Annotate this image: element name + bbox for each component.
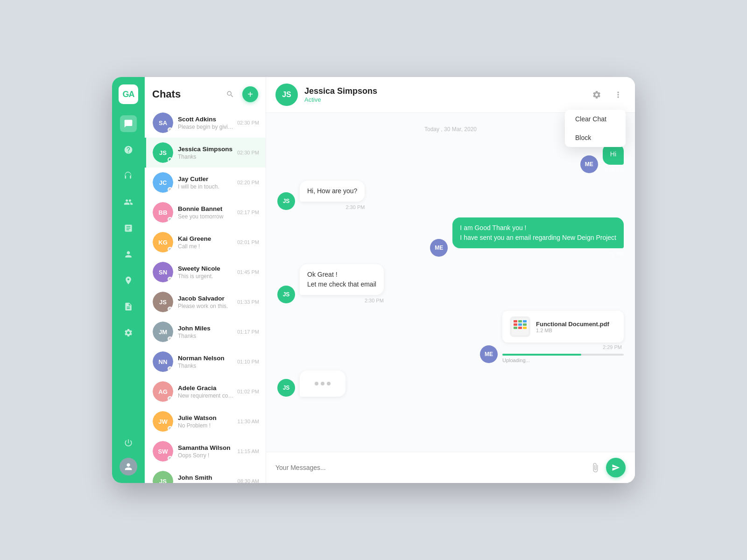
file-size: 1.2 MB [536, 328, 616, 333]
nav-files-icon[interactable] [120, 220, 137, 237]
chat-preview: Call me ! [178, 243, 234, 250]
chat-name: Sweety Nicole [178, 265, 234, 272]
attach-button[interactable] [590, 462, 600, 473]
chat-name: Adele Gracia [178, 385, 234, 392]
nav-power-icon[interactable] [120, 434, 137, 451]
chat-list-title: Chats [152, 88, 181, 100]
status-dot [168, 426, 172, 431]
message-input[interactable] [275, 464, 585, 471]
app-container: GA [112, 77, 635, 483]
chat-info: Julie Watson No Problem ! [178, 414, 235, 429]
chat-name: Norman Nelson [178, 355, 234, 362]
nav-bottom [120, 434, 137, 476]
svg-rect-3 [523, 320, 527, 322]
chat-list-item-12[interactable]: SW Samantha Wilson Oops Sorry ! 11:15 AM [145, 436, 266, 466]
chat-avatar: JS [153, 471, 173, 483]
chat-avatar: SA [153, 112, 173, 133]
chat-list-item-2[interactable]: JS Jessica Simpsons Thanks 02:30 PM [145, 138, 266, 168]
message-input-area [266, 452, 635, 483]
file-icon-box [510, 316, 530, 337]
user-avatar[interactable] [120, 458, 137, 476]
chat-list-item-4[interactable]: BB Bonnie Bannet See you tomorrow 02:17 … [145, 197, 266, 227]
chat-name: Julie Watson [178, 414, 235, 421]
chat-preview: Please begin by giving ... [178, 124, 234, 130]
file-bubble: Functional Document.pdf 1.2 MB [502, 311, 624, 343]
sent-avatar: ME [580, 155, 598, 173]
block-option[interactable]: Block [565, 128, 626, 147]
chat-list-item-6[interactable]: SN Sweety Nicole This is urgent. 01:45 P… [145, 257, 266, 287]
nav-team-icon[interactable] [120, 194, 137, 210]
received-bubble-wrapper: Hi, How are you? 2:30 PM [300, 181, 365, 210]
nav-chat-icon[interactable] [120, 115, 137, 132]
more-options-button[interactable] [611, 87, 626, 102]
file-message-container: Functional Document.pdf 1.2 MB 2:29 PM U… [502, 311, 624, 363]
status-dot [168, 217, 172, 222]
chat-info: Adele Gracia New requirement comes... [178, 385, 234, 399]
sent-avatar: ME [430, 239, 448, 257]
status-dot [168, 127, 172, 132]
messages-area: Today , 30 Mar, 2020 Hi 2:29 PM ME JS Hi… [266, 113, 635, 452]
chat-time: 01:33 PM [237, 299, 259, 305]
header-actions: + [223, 86, 258, 102]
chat-avatar: NN [153, 351, 173, 372]
chat-time: 01:02 PM [237, 389, 259, 394]
chat-list-item-11[interactable]: JW Julie Watson No Problem ! 11:30 AM [145, 406, 266, 436]
chat-time: 02:20 PM [237, 180, 259, 185]
chat-preview: This is urgent. [178, 273, 234, 280]
chat-info: Samantha Wilson Oops Sorry ! [178, 444, 235, 459]
message-row-4: JS Ok Great ! Let me check that email 2:… [277, 264, 624, 303]
send-button[interactable] [606, 458, 626, 477]
chat-info: Jessica Simpsons Thanks [178, 146, 234, 160]
chat-list-panel: Chats + SA Scott Adkins Please begin by … [145, 77, 266, 483]
message-row-1: Hi 2:29 PM ME [277, 144, 624, 173]
received-bubble: Hi, How are you? [300, 181, 365, 202]
chat-list-item-8[interactable]: JM John Miles Thanks 01:17 PM [145, 317, 266, 347]
chat-avatar: JC [153, 172, 173, 193]
chat-avatar: JS [153, 142, 173, 163]
svg-rect-9 [523, 327, 527, 329]
sent-bubble: I am Good Thank you ! I have sent you an… [452, 217, 624, 248]
chat-time: 02:01 PM [237, 239, 259, 245]
chat-info: John Smith Please... [178, 474, 235, 483]
status-dot [168, 366, 172, 371]
nav-location-icon[interactable] [120, 272, 137, 289]
search-button[interactable] [223, 87, 238, 102]
chat-name: Samantha Wilson [178, 444, 235, 451]
status-dot [168, 456, 172, 461]
chat-list-item-5[interactable]: KG Kai Greene Call me ! 02:01 PM [145, 227, 266, 257]
chat-preview: Thanks [178, 363, 234, 369]
chat-list-item-3[interactable]: JC Jay Cutler I will be in touch. 02:20 … [145, 168, 266, 197]
status-dot [168, 157, 172, 162]
chat-list-item-13[interactable]: JS John Smith Please... 08:30 AM [145, 466, 266, 483]
chat-list-item-1[interactable]: SA Scott Adkins Please begin by giving .… [145, 108, 266, 138]
chat-info: Bonnie Bannet See you tomorrow [178, 205, 234, 220]
clear-chat-option[interactable]: Clear Chat [565, 110, 626, 128]
typing-avatar: JS [277, 379, 295, 397]
chat-time: 02:30 PM [237, 120, 259, 126]
chat-preview: Thanks [178, 154, 234, 160]
chat-list-item-10[interactable]: AG Adele Gracia New requirement comes...… [145, 377, 266, 406]
nav-support-icon[interactable] [120, 168, 137, 184]
chat-info: Sweety Nicole This is urgent. [178, 265, 234, 280]
svg-rect-1 [514, 320, 517, 322]
chat-time: 01:45 PM [237, 269, 259, 275]
chat-time: 01:17 PM [237, 329, 259, 335]
chat-name: John Miles [178, 325, 234, 332]
status-dot [168, 396, 172, 401]
chat-preview: Oops Sorry ! [178, 452, 235, 459]
nav-help-icon[interactable] [120, 141, 137, 158]
chat-time: 11:15 AM [238, 448, 259, 454]
chat-preview: I will be in touch. [178, 183, 234, 190]
nav-settings-icon[interactable] [120, 324, 137, 341]
chat-time: 02:30 PM [237, 150, 259, 155]
nav-contacts-icon[interactable] [120, 246, 137, 263]
new-chat-button[interactable]: + [242, 86, 258, 102]
settings-button[interactable] [589, 87, 604, 102]
chat-list-item-7[interactable]: JS Jacob Salvador Please work on this. 0… [145, 287, 266, 317]
nav-notes-icon[interactable] [120, 298, 137, 315]
chat-info: John Miles Thanks [178, 325, 234, 339]
chat-name: Jacob Salvador [178, 295, 234, 302]
chat-avatar: JM [153, 322, 173, 342]
app-logo: GA [119, 84, 138, 104]
chat-list-item-9[interactable]: NN Norman Nelson Thanks 01:10 PM [145, 347, 266, 377]
